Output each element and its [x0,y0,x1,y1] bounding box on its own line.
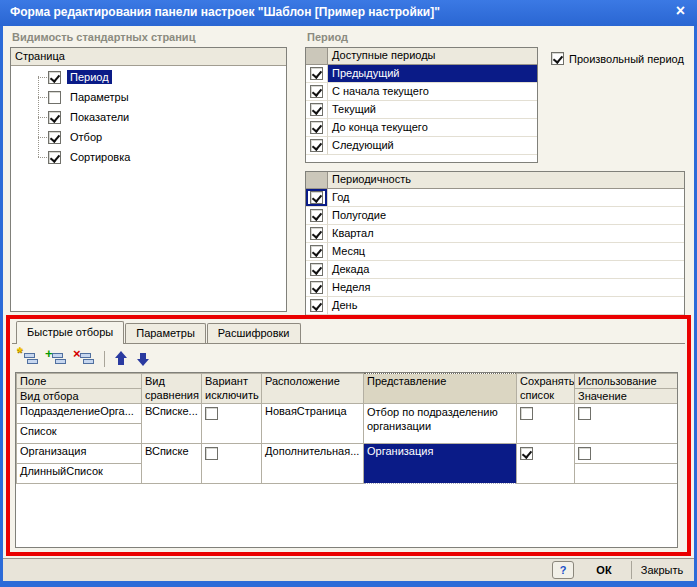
parameters-page-checkbox[interactable] [48,91,61,104]
tree-item-indicators[interactable]: Показатели [11,107,286,127]
list-item[interactable]: Текущий [306,101,537,119]
tab-quick-filters[interactable]: Быстрые отборы [16,321,124,344]
list-item[interactable]: Квартал [306,225,684,243]
decade-checkbox[interactable] [310,263,323,276]
add-row-button[interactable]: * [18,350,39,368]
cell-use-empty[interactable] [575,464,678,484]
tree-joint [38,157,47,158]
delete-x-icon: × [73,347,81,360]
cell-location[interactable]: НоваяСтраница [262,404,364,444]
cell-presentation-selected[interactable]: Организация [364,444,517,484]
year-checkbox[interactable] [310,191,323,204]
periodicity-row-label[interactable]: Год [328,189,684,207]
list-item[interactable]: Год [306,189,684,207]
help-button[interactable]: ? [552,561,574,579]
cell-field[interactable]: Организация [17,444,142,464]
cell-filter-kind[interactable]: Список [17,424,142,444]
arbitrary-period-option[interactable]: Произвольный период [551,52,684,65]
cell-presentation[interactable]: Отбор по подразделению организации [364,404,517,444]
list-item[interactable]: Декада [306,261,684,279]
period-page-checkbox[interactable] [48,71,61,84]
halfyear-checkbox[interactable] [310,209,323,222]
list-item[interactable]: Неделя [306,279,684,297]
list-item[interactable]: Месяц [306,243,684,261]
periodicity-row-label[interactable]: День [328,297,684,315]
periodicity-row-label[interactable]: Полугодие [328,207,684,225]
cell-comparison[interactable]: ВСписке... [142,404,202,444]
save-list-checkbox[interactable] [520,407,533,420]
filter-page-checkbox[interactable] [48,131,61,144]
list-item[interactable]: Предыдущий [306,65,537,83]
next-checkbox[interactable] [310,139,323,152]
checkbox-column-header [306,48,328,65]
periodicity-row-label[interactable]: Декада [328,261,684,279]
periodicity-row-label[interactable]: Квартал [328,225,684,243]
cell-exclude[interactable] [202,444,262,484]
cell-exclude[interactable] [202,404,262,444]
cell-comparison[interactable]: ВСписке [142,444,202,484]
cell-use[interactable] [575,404,678,444]
list-item[interactable]: Следующий [306,137,537,155]
exclude-checkbox[interactable] [205,407,218,420]
tree-item-label[interactable]: Период [67,70,112,84]
quarter-checkbox[interactable] [310,227,323,240]
save-list-checkbox[interactable] [520,447,533,460]
list-item[interactable]: С начала текущего [306,83,537,101]
cell-save-list[interactable] [517,404,575,444]
exclude-checkbox[interactable] [205,447,218,460]
week-checkbox[interactable] [310,281,323,294]
move-down-button[interactable] [136,351,151,367]
period-row-label[interactable]: Текущий [328,101,537,119]
button-separator [631,561,632,579]
sorting-page-checkbox[interactable] [48,151,61,164]
close-button[interactable]: Закрыть [636,561,688,579]
periodicity-row-label[interactable]: Неделя [328,279,684,297]
ok-button[interactable]: ОК [584,561,624,579]
use-checkbox[interactable] [578,407,591,420]
tree-item-label[interactable]: Параметры [67,90,132,104]
checkbox-column-header [306,172,328,189]
cell-filter-kind[interactable]: ДлинныйСписок [17,464,142,484]
tab-parameters[interactable]: Параметры [125,323,206,343]
periodicity-header-row: Периодичность [306,172,684,189]
arbitrary-period-checkbox[interactable] [551,52,564,65]
tab-decodings[interactable]: Расшифровки [207,323,301,343]
to-end-checkbox[interactable] [310,121,323,134]
tree-item-parameters[interactable]: Параметры [11,87,286,107]
tree-item-label[interactable]: Отбор [67,130,105,144]
tree-item-sorting[interactable]: Сортировка [11,147,286,167]
use-checkbox[interactable] [578,447,591,460]
from-start-checkbox[interactable] [310,85,323,98]
tree-item-label[interactable]: Показатели [67,110,132,124]
cell-location[interactable]: Дополнительная... [262,444,364,484]
period-row-label[interactable]: С начала текущего [328,83,537,101]
tree-item-label[interactable]: Сортировка [67,150,133,164]
indicators-page-checkbox[interactable] [48,111,61,124]
period-row-label[interactable]: Следующий [328,137,537,155]
insert-row-button[interactable]: + [46,350,67,368]
day-checkbox[interactable] [310,299,323,312]
close-icon[interactable]: × [676,2,685,20]
current-checkbox[interactable] [310,103,323,116]
table-header-row: Поле Вид отбора Вид сравнения Вариант ис… [17,374,678,404]
month-checkbox[interactable] [310,245,323,258]
list-item[interactable]: День [306,297,684,315]
settings-panel-edit-dialog: Форма редактирования панели настроек "Ша… [0,0,697,587]
cell-use[interactable] [575,444,678,464]
periodicity-row-label[interactable]: Месяц [328,243,684,261]
new-star-icon: * [17,345,23,358]
cell-save-list[interactable] [517,444,575,484]
list-item[interactable]: Полугодие [306,207,684,225]
tree-item-period[interactable]: Период [11,67,286,87]
previous-period-checkbox[interactable] [310,67,323,80]
col-presentation: Представление [364,374,517,404]
period-row-label[interactable]: Предыдущий [328,65,537,83]
tree-item-filter[interactable]: Отбор [11,127,286,147]
cell-field[interactable]: ПодразделениеОрга... [17,404,142,424]
delete-row-button[interactable]: × [74,350,95,368]
list-item[interactable]: До конца текущего [306,119,537,137]
move-up-button[interactable] [114,351,129,367]
pages-column-header: Страница [11,48,286,66]
periodicity-list: Периодичность Год Полугодие Квартал Меся… [305,171,685,317]
period-row-label[interactable]: До конца текущего [328,119,537,137]
